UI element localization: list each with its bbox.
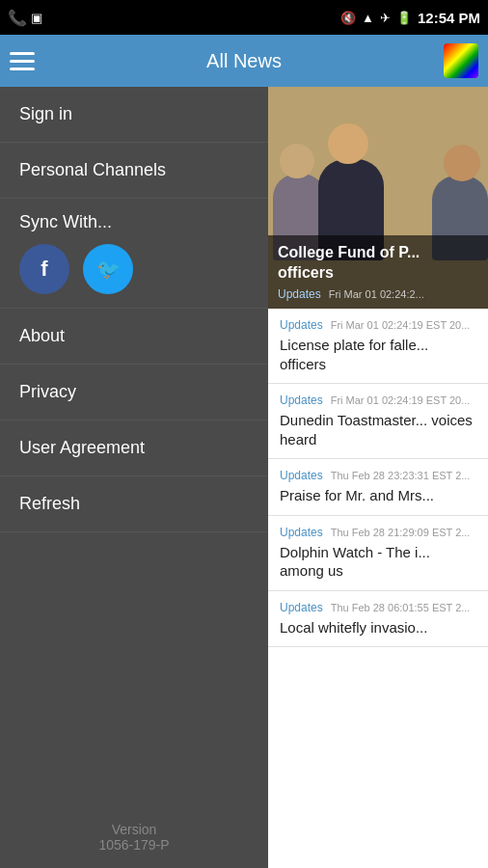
- sidebar-item-refresh[interactable]: Refresh: [0, 476, 268, 532]
- sidebar-item-privacy[interactable]: Privacy: [0, 365, 268, 420]
- news-date-1: Fri Mar 01 02:24:19 EST 20...: [331, 394, 471, 406]
- hero-date: Fri Mar 01 02:24:2...: [329, 288, 424, 300]
- person3-head: [444, 145, 480, 181]
- sidebar-item-user-agreement[interactable]: User Agreement: [0, 420, 268, 476]
- main-container: Sign in Personal Channels Sync With... f…: [0, 87, 488, 868]
- sync-section: Sync With... f 🐦: [0, 199, 268, 309]
- hamburger-line: [10, 68, 35, 70]
- news-title-3: Dolphin Watch - The i... among us: [280, 543, 476, 581]
- news-tag-1: Updates: [280, 393, 323, 407]
- hero-meta: Updates Fri Mar 01 02:24:2...: [278, 287, 478, 301]
- top-bar-title: All News: [206, 50, 282, 72]
- person2-head: [328, 123, 368, 164]
- news-tag-2: Updates: [280, 469, 323, 482]
- news-date-0: Fri Mar 01 02:24:19 EST 20...: [331, 319, 471, 331]
- news-title-4: Local whitefly invasio...: [280, 618, 476, 637]
- hero-tag: Updates: [278, 287, 321, 301]
- sidebar-item-sign-in[interactable]: Sign in: [0, 87, 268, 143]
- mute-icon: 🔇: [340, 11, 356, 25]
- social-buttons: f 🐦: [19, 244, 249, 294]
- rainbow-icon[interactable]: [444, 43, 478, 78]
- news-tag-4: Updates: [280, 601, 323, 614]
- phone-icon: 📞: [8, 9, 27, 27]
- news-meta-4: Updates Thu Feb 28 06:01:55 EST 2...: [280, 601, 476, 614]
- status-bar: 📞 ▣ 🔇 ▲ ✈ 🔋 12:54 PM: [0, 0, 488, 35]
- twitter-button[interactable]: 🐦: [83, 244, 133, 294]
- status-left-icons: 📞 ▣: [8, 9, 42, 27]
- news-item-4[interactable]: Updates Thu Feb 28 06:01:55 EST 2... Loc…: [268, 591, 488, 648]
- version-line2: 1056-179-P: [19, 837, 249, 853]
- news-item-1[interactable]: Updates Fri Mar 01 02:24:19 EST 20... Du…: [268, 384, 488, 459]
- news-meta-3: Updates Thu Feb 28 21:29:09 EST 2...: [280, 526, 476, 539]
- top-bar: All News: [0, 35, 488, 87]
- news-item-0[interactable]: Updates Fri Mar 01 02:24:19 EST 20... Li…: [268, 309, 488, 384]
- sync-label: Sync With...: [19, 212, 249, 232]
- news-meta-1: Updates Fri Mar 01 02:24:19 EST 20...: [280, 393, 476, 407]
- status-time: 12:54 PM: [418, 10, 480, 26]
- news-date-2: Thu Feb 28 23:23:31 EST 2...: [331, 470, 471, 481]
- version-line1: Version: [19, 822, 249, 837]
- hero-title: College Fund of P... officers: [278, 243, 478, 284]
- sim-icon: ▣: [31, 11, 42, 25]
- sidebar: Sign in Personal Channels Sync With... f…: [0, 87, 268, 868]
- news-item-2[interactable]: Updates Thu Feb 28 23:23:31 EST 2... Pra…: [268, 459, 488, 516]
- news-content: College Fund of P... officers Updates Fr…: [268, 87, 488, 868]
- person1-head: [280, 144, 314, 178]
- news-title-1: Dunedin Toastmaster... voices heard: [280, 411, 476, 448]
- news-title-2: Praise for Mr. and Mrs...: [280, 486, 476, 505]
- version-section: Version 1056-179-P: [0, 806, 268, 868]
- sidebar-item-about[interactable]: About: [0, 309, 268, 365]
- battery-icon: 🔋: [396, 11, 412, 25]
- hamburger-line: [10, 52, 35, 55]
- hero-overlay: College Fund of P... officers Updates Fr…: [268, 235, 488, 309]
- news-meta-0: Updates Fri Mar 01 02:24:19 EST 20...: [280, 318, 476, 332]
- hamburger-line: [10, 60, 35, 63]
- sidebar-item-personal-channels[interactable]: Personal Channels: [0, 143, 268, 199]
- status-right-icons: 🔇 ▲ ✈ 🔋 12:54 PM: [340, 10, 480, 26]
- news-tag-3: Updates: [280, 526, 323, 539]
- wifi-icon: ▲: [362, 11, 374, 25]
- news-date-3: Thu Feb 28 21:29:09 EST 2...: [331, 527, 471, 538]
- news-title-0: License plate for falle... officers: [280, 336, 476, 373]
- hero-image[interactable]: College Fund of P... officers Updates Fr…: [268, 87, 488, 309]
- news-list: Updates Fri Mar 01 02:24:19 EST 20... Li…: [268, 309, 488, 868]
- news-item-3[interactable]: Updates Thu Feb 28 21:29:09 EST 2... Dol…: [268, 516, 488, 591]
- airplane-icon: ✈: [380, 11, 391, 25]
- news-date-4: Thu Feb 28 06:01:55 EST 2...: [331, 602, 471, 613]
- news-meta-2: Updates Thu Feb 28 23:23:31 EST 2...: [280, 469, 476, 482]
- news-tag-0: Updates: [280, 318, 323, 332]
- hamburger-menu-button[interactable]: [10, 52, 35, 70]
- facebook-button[interactable]: f: [19, 244, 69, 294]
